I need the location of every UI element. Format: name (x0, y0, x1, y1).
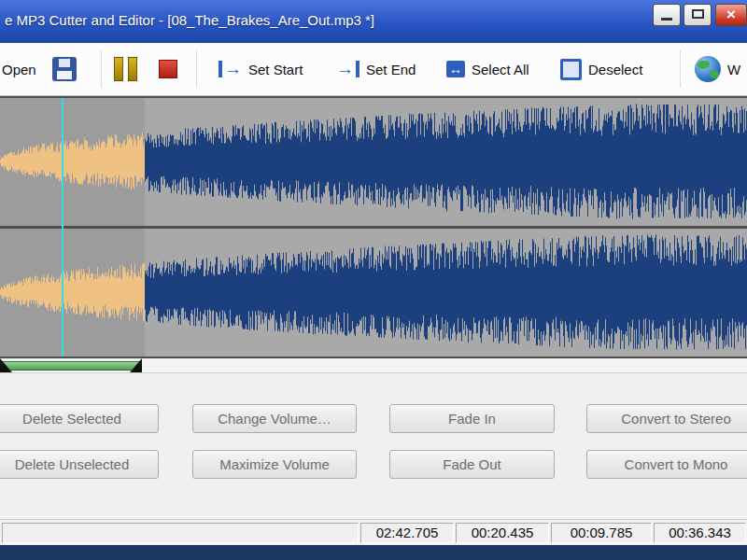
fade-in-button[interactable]: Fade In (389, 404, 555, 433)
close-icon: × (716, 5, 746, 24)
minimize-button[interactable] (653, 4, 681, 26)
set-end-button[interactable]: → Set End (336, 43, 416, 95)
web-button[interactable]: W (695, 43, 740, 95)
delete-unselected-button[interactable]: Delete Unselected (0, 450, 159, 479)
selection-start-handle[interactable] (0, 358, 12, 372)
waveform-panel[interactable] (0, 96, 747, 358)
change-volume-button[interactable]: Change Volume… (192, 404, 357, 433)
open-button[interactable]: Open (2, 43, 36, 95)
stop-button[interactable] (159, 43, 177, 95)
pause-button[interactable] (114, 43, 137, 95)
maximize-volume-button[interactable]: Maximize Volume (192, 450, 357, 479)
convert-to-stereo-button[interactable]: Convert to Stereo (586, 404, 747, 433)
title-bar[interactable]: e MP3 Cutter and Editor - [08_The_Brakes… (0, 0, 747, 43)
set-end-label: Set End (366, 62, 416, 77)
deselect-label: Deselect (588, 62, 642, 77)
select-all-button[interactable]: ↔ Select All (446, 43, 529, 95)
status-position-time: 00:20.435 (456, 523, 549, 543)
set-end-icon: → (336, 61, 359, 77)
selection-range-bar[interactable] (0, 361, 142, 371)
deselect-icon (560, 59, 582, 80)
minimize-icon (661, 18, 672, 21)
maximize-button[interactable] (684, 4, 712, 26)
stop-icon (159, 60, 177, 78)
toolbar: Open → Set Start → Set End (0, 43, 747, 96)
app-window: e MP3 Cutter and Editor - [08_The_Brakes… (0, 0, 747, 560)
status-selection-end-time: 00:36.343 (654, 523, 746, 543)
toolbar-separator (101, 50, 102, 88)
window-title: e MP3 Cutter and Editor - [08_The_Brakes… (5, 12, 374, 28)
globe-icon (695, 56, 721, 82)
toolbar-separator (196, 50, 197, 88)
save-icon (52, 57, 77, 81)
set-start-label: Set Start (248, 62, 303, 77)
status-cell-empty (2, 523, 359, 543)
set-start-button[interactable]: → Set Start (218, 43, 303, 95)
maximize-icon (692, 9, 704, 19)
set-start-icon: → (218, 61, 242, 77)
save-button[interactable] (52, 43, 77, 95)
toolbar-separator (680, 50, 681, 88)
channel-divider (0, 226, 747, 229)
delete-selected-button[interactable]: Delete Selected (0, 404, 159, 433)
select-all-icon: ↔ (446, 61, 465, 77)
status-total-time: 02:42.705 (360, 523, 454, 543)
pause-icon (114, 57, 137, 81)
selection-track[interactable] (0, 358, 747, 373)
deselect-button[interactable]: Deselect (560, 43, 642, 95)
convert-to-mono-button[interactable]: Convert to Mono (586, 450, 747, 479)
open-label: Open (2, 62, 36, 77)
select-all-label: Select All (472, 62, 529, 77)
status-bar: 02:42.705 00:20.435 00:09.785 00:36.343 (0, 519, 747, 545)
fade-out-button[interactable]: Fade Out (389, 450, 555, 479)
playhead-cursor (62, 98, 63, 357)
selection-end-handle[interactable] (130, 358, 142, 372)
status-selection-start-time: 00:09.785 (551, 523, 652, 543)
web-label: W (727, 62, 740, 77)
close-button[interactable]: × (715, 4, 747, 26)
desktop-strip (0, 545, 747, 560)
